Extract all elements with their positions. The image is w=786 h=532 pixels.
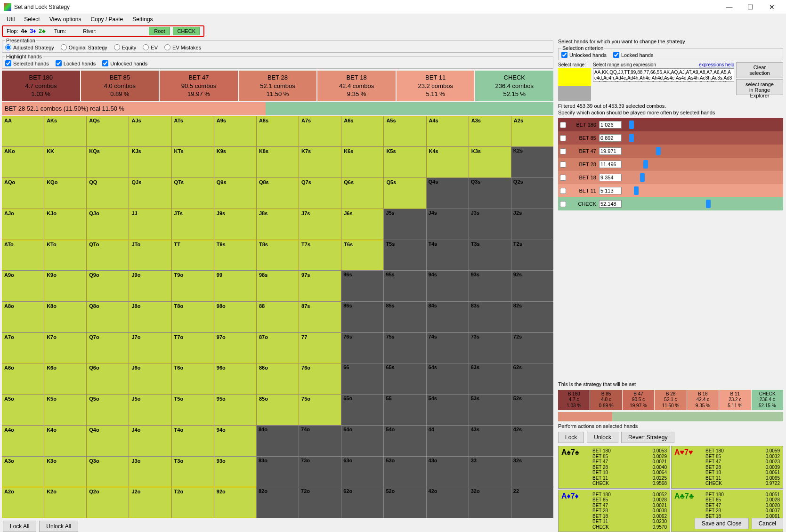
hand-A2s[interactable]: A2s [511,116,553,147]
slider-thumb[interactable] [640,173,645,182]
unlock-all-button[interactable]: Unlock All [39,521,78,532]
hand-43s[interactable]: 43s [469,426,511,456]
cancel-button[interactable]: Cancel [752,518,783,529]
mini-action-b-180[interactable]: B 1804.7 c1.03 % [558,390,590,411]
hand-72o[interactable]: 72o [299,487,341,518]
revert-strategy-button[interactable]: Revert Strategy [621,432,674,443]
minimize-button[interactable]: — [719,0,740,14]
hand-J8s[interactable]: J8s [257,209,299,240]
hand-95o[interactable]: 95o [214,395,256,425]
hand-A3s[interactable]: A3s [469,116,511,147]
hand-AKs[interactable]: AKs [44,116,86,147]
lock-all-button[interactable]: Lock All [3,521,36,532]
hand-98s[interactable]: 98s [257,271,299,301]
hand-Q2o[interactable]: Q2o [87,487,129,518]
hand-AQo[interactable]: AQo [2,178,44,209]
hand-75s[interactable]: 75s [384,333,426,363]
highlight-unlocked-hands[interactable]: Unlocked hands [102,60,147,66]
hand-J6o[interactable]: J6o [129,363,171,394]
hand-96s[interactable]: 96s [341,271,383,301]
hand-Q4s[interactable]: Q4s [427,178,469,209]
hand-A5o[interactable]: A5o [2,395,44,425]
slider-value-input[interactable] [599,161,622,168]
unlocked-check[interactable]: Unlocked hands [561,52,607,58]
hand-T4s[interactable]: T4s [427,240,469,271]
slider-value-input[interactable] [599,121,622,129]
hand-A9o[interactable]: A9o [2,271,44,301]
root-button[interactable]: Root [149,27,170,35]
hand-Q2s[interactable]: Q2s [511,178,553,209]
combo-card[interactable]: A♠7♠BET 1800.0053BET 850.0029BET 470.002… [558,446,670,489]
hand-A4s[interactable]: A4s [427,116,469,147]
combo-card[interactable]: A♥7♥BET 1800.0059BET 850.0032BET 470.002… [671,446,783,489]
hand-85s[interactable]: 85s [384,302,426,332]
hand-22[interactable]: 22 [511,487,553,518]
hand-Q9o[interactable]: Q9o [87,271,129,301]
hand-J5o[interactable]: J5o [129,395,171,425]
slider-track[interactable] [624,135,781,141]
hand-A2o[interactable]: A2o [2,487,44,518]
hand-77[interactable]: 77 [299,333,341,363]
hand-T8o[interactable]: T8o [172,302,214,332]
hand-ATs[interactable]: ATs [172,116,214,147]
hand-T7s[interactable]: T7s [299,240,341,271]
hand-73o[interactable]: 73o [299,457,341,487]
hand-QQ[interactable]: QQ [87,178,129,209]
hand-73s[interactable]: 73s [469,333,511,363]
hand-JJ[interactable]: JJ [129,209,171,240]
hand-42o[interactable]: 42o [427,487,469,518]
hand-KJs[interactable]: KJs [129,147,171,177]
range-thumbnail[interactable] [558,68,591,101]
hand-Q7o[interactable]: Q7o [87,333,129,363]
hand-K2s[interactable]: K2s [511,147,553,177]
hand-QJs[interactable]: QJs [129,178,171,209]
hand-97s[interactable]: 97s [299,271,341,301]
hand-KJo[interactable]: KJo [44,209,86,240]
hand-A4o[interactable]: A4o [2,426,44,456]
highlight-locked-hands[interactable]: Locked hands [56,60,96,66]
hand-85o[interactable]: 85o [257,395,299,425]
hand-88[interactable]: 88 [257,302,299,332]
close-button[interactable]: ✕ [761,0,782,14]
hand-T6s[interactable]: T6s [341,240,383,271]
locked-check[interactable]: Locked hands [613,52,654,58]
hand-KQs[interactable]: KQs [87,147,129,177]
action-bet-11[interactable]: BET 1123.2 combos5.11 % [397,71,475,101]
expressions-help-link[interactable]: expressions help [699,62,734,67]
hand-KTo[interactable]: KTo [44,240,86,271]
hand-84s[interactable]: 84s [427,302,469,332]
hand-53s[interactable]: 53s [469,395,511,425]
slider-thumb[interactable] [629,134,634,142]
hand-74s[interactable]: 74s [427,333,469,363]
hand-AKo[interactable]: AKo [2,147,44,177]
hand-Q6o[interactable]: Q6o [87,363,129,394]
hand-K8o[interactable]: K8o [44,302,86,332]
hand-55[interactable]: 55 [384,395,426,425]
hand-Q7s[interactable]: Q7s [299,178,341,209]
slider-value-input[interactable] [599,147,622,155]
slider-value-input[interactable] [599,200,622,208]
mini-action-b-85[interactable]: B 854.0 c0.89 % [590,390,622,411]
hand-QJo[interactable]: QJo [87,209,129,240]
hand-99[interactable]: 99 [214,271,256,301]
combo-card[interactable]: A♦7♦BET 1800.0052BET 850.0028BET 470.002… [558,490,670,532]
hand-66[interactable]: 66 [341,363,383,394]
mini-action-b-18[interactable]: B 1842.4 c9.35 % [687,390,719,411]
slider-lock-check[interactable] [560,122,566,128]
expression-input[interactable] [593,68,734,82]
hand-K5o[interactable]: K5o [44,395,86,425]
hand-32s[interactable]: 32s [511,457,553,487]
hand-T2o[interactable]: T2o [172,487,214,518]
slider-track[interactable] [624,121,781,128]
hand-75o[interactable]: 75o [299,395,341,425]
hand-A7o[interactable]: A7o [2,333,44,363]
slider-value-input[interactable] [599,174,622,181]
slider-track[interactable] [624,161,781,168]
menu-copy-paste[interactable]: Copy / Paste [86,15,128,24]
hand-A5s[interactable]: A5s [384,116,426,147]
hand-86s[interactable]: 86s [341,302,383,332]
hand-A8o[interactable]: A8o [2,302,44,332]
hand-J5s[interactable]: J5s [384,209,426,240]
maximize-button[interactable]: ☐ [740,0,761,14]
hand-76o[interactable]: 76o [299,363,341,394]
